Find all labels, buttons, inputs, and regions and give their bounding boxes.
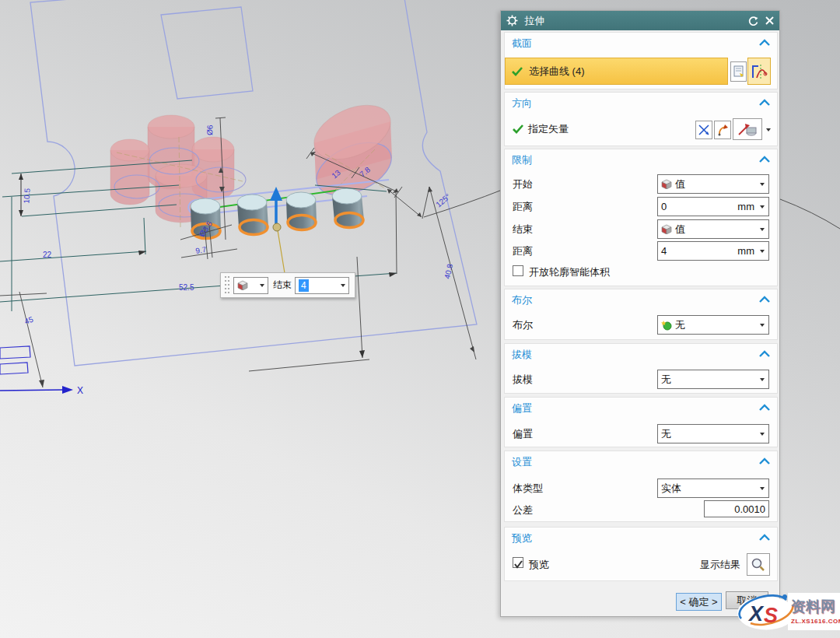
start-label: 开始 [513, 177, 533, 191]
start-distance-value: 0 [661, 201, 667, 212]
checkmark-icon [513, 124, 523, 134]
dim-40-8: 40.8 [443, 263, 454, 280]
reset-icon[interactable] [747, 16, 758, 26]
collapse-chevron-icon[interactable] [758, 534, 771, 541]
open-profile-label: 开放轮廓智能体积 [529, 265, 610, 279]
vector-direction-button[interactable] [733, 118, 762, 140]
value-cube-icon [661, 224, 672, 234]
dropdown-caret[interactable] [766, 128, 771, 131]
body-type-label: 体类型 [513, 482, 543, 496]
vector-point-button[interactable] [714, 121, 731, 139]
end-mode-value: 值 [675, 223, 685, 237]
collapse-chevron-icon[interactable] [758, 296, 771, 303]
dim-45: 45 [23, 315, 35, 326]
collapse-chevron-icon[interactable] [758, 39, 771, 46]
sketch-section-button[interactable] [730, 61, 747, 82]
gear-icon [506, 15, 518, 26]
collapse-chevron-icon[interactable] [758, 457, 771, 464]
start-distance-unit: mm [737, 201, 754, 212]
body-type-dropdown[interactable]: 实体 [657, 478, 769, 498]
boolean-label: 布尔 [513, 318, 533, 332]
application-window: 10.5 22 52.5 9.7 Ø3.5 Ø6 13 7.8 125° 40.… [0, 0, 840, 638]
boolean-header: 布尔 [512, 293, 532, 307]
dim-125: 125° [434, 192, 452, 209]
vector-icon [736, 121, 759, 138]
sketch-page-icon [733, 65, 744, 78]
vector-inferred-button[interactable] [695, 121, 712, 139]
end-distance-input[interactable]: 4 mm [657, 241, 769, 261]
tolerance-value: 0.0010 [734, 503, 765, 515]
select-curve-row[interactable]: 选择曲线 (4) [505, 58, 728, 85]
curve-icon [751, 62, 768, 81]
end-distance-unit: mm [737, 245, 754, 257]
open-profile-checkbox[interactable] [513, 265, 523, 276]
sketch-plate-outline[interactable] [30, 0, 477, 366]
end-value-input[interactable]: 4 [295, 277, 349, 294]
direction-group: 方向 指定矢量 [504, 92, 778, 146]
drag-ball [273, 223, 281, 231]
tolerance-label: 公差 [513, 503, 533, 517]
x-axis: X [0, 346, 83, 396]
floating-toolbar[interactable]: 结束 4 [220, 272, 355, 298]
dim-9-7: 9.7 [195, 245, 208, 255]
end-mode-dropdown[interactable]: 值 [657, 219, 769, 239]
extrude-dialog: 拉伸 截面 选择曲线 (4) [500, 10, 780, 617]
watermark-site-url: ZL.XS1616.COM [791, 618, 840, 625]
show-result-button[interactable] [747, 553, 770, 576]
value-cube-icon [661, 179, 672, 189]
direction-arrow-handle[interactable] [270, 187, 285, 273]
settings-header: 设置 [512, 455, 532, 469]
end-label: 结束 [513, 223, 533, 237]
dropdown-caret [341, 284, 345, 287]
dimension-arrows-detail [39, 152, 474, 387]
collapse-chevron-icon[interactable] [758, 99, 771, 106]
collapse-chevron-icon[interactable] [758, 350, 771, 357]
preview-group: 预览 预览 显示结果 [504, 527, 778, 581]
value-cube-icon [237, 280, 248, 290]
collapse-chevron-icon[interactable] [758, 156, 771, 163]
watermark-xs: X [747, 602, 765, 626]
offset-label: 偏置 [513, 427, 533, 441]
limits-header: 限制 [512, 153, 532, 167]
gray-cylinder [237, 195, 268, 235]
preview-checkbox[interactable] [513, 557, 523, 568]
offset-value: 无 [661, 427, 671, 441]
boolean-group: 布尔 布尔 无 [504, 289, 778, 340]
end-mode-dropdown[interactable] [233, 277, 268, 294]
curve-select-button[interactable] [747, 58, 771, 85]
sketch-rects-left [0, 346, 30, 374]
dim-6: Ø6 [205, 124, 214, 135]
dialog-titlebar[interactable]: 拉伸 [501, 11, 779, 30]
boolean-dropdown[interactable]: 无 [657, 315, 769, 335]
start-distance-label: 距离 [513, 200, 533, 214]
ok-button[interactable]: < 确定 > [676, 593, 722, 611]
watermark-site-name: 资料网 [791, 598, 835, 615]
draft-label: 拔模 [513, 373, 533, 387]
preview-label: 预览 [529, 558, 549, 572]
boolean-value: 无 [675, 318, 685, 332]
dropdown-caret [260, 284, 264, 287]
section-header: 截面 [512, 37, 532, 51]
watermark-logo: X S 资料网 资料网 ZL.XS1616.COM [733, 585, 840, 633]
start-mode-dropdown[interactable]: 值 [657, 174, 769, 194]
draft-value: 无 [661, 373, 671, 387]
collapse-chevron-icon[interactable] [758, 404, 771, 411]
limits-group: 限制 开始 值 距离 0 mm 结束 值 距 [504, 149, 778, 286]
start-distance-input[interactable]: 0 mm [657, 197, 769, 216]
offset-dropdown[interactable]: 无 [657, 424, 769, 443]
point-arrow-icon [716, 124, 729, 136]
crossed-arrows-icon [698, 124, 710, 136]
section-group: 截面 选择曲线 (4) [504, 32, 778, 89]
draft-dropdown[interactable]: 无 [657, 370, 769, 389]
checkmark-icon [512, 67, 523, 76]
tolerance-input[interactable]: 0.0010 [704, 500, 769, 517]
close-icon[interactable] [765, 16, 775, 26]
direction-header: 方向 [512, 96, 532, 110]
specify-vector-label: 指定矢量 [528, 122, 569, 136]
dialog-title: 拉伸 [524, 14, 544, 28]
show-result-label: 显示结果 [700, 558, 740, 572]
body-type-value: 实体 [661, 482, 681, 496]
draft-group: 拔模 拔模 无 [504, 343, 778, 394]
toolbar-grip[interactable] [222, 275, 232, 296]
ok-button-label: < 确定 > [680, 595, 717, 609]
